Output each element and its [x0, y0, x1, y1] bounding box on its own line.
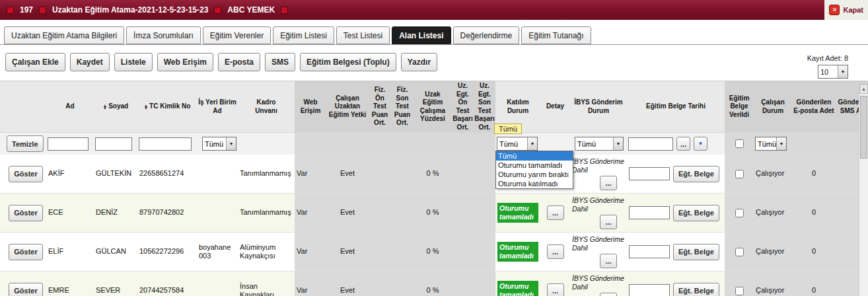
toolbar: Çalışan Ekle Kaydet Listele Web Erişim E… — [0, 45, 868, 81]
cell-calisan-durum: Çalışıyor — [756, 208, 784, 217]
ibys-detail-button[interactable]: ... — [600, 293, 617, 296]
cell-tc-kimlik-no: 20744257584 — [139, 286, 184, 295]
egt-belge-button[interactable]: Eğt. Belge — [673, 283, 719, 296]
date-download-button[interactable]: ▼ — [694, 137, 707, 151]
cell-eposta-adet: 0 — [812, 247, 816, 256]
belge-verildi-checkbox[interactable] — [735, 287, 744, 295]
egt-belge-button[interactable]: Eğt. Belge — [673, 244, 719, 260]
ad-filter-input[interactable] — [48, 137, 89, 151]
column-header-ad: Ad — [46, 81, 94, 132]
dropdown-option-oturumu-yarim-birakti[interactable]: Oturumu yarım bıraktı — [496, 170, 573, 179]
column-header-gonderilen-eposta-adet: Gönderilen E-posta Adet — [792, 81, 836, 132]
eposta-button[interactable]: E-posta — [218, 53, 260, 71]
soyad-filter-input[interactable] — [95, 137, 132, 151]
yazdir-button[interactable]: Yazdır — [401, 53, 437, 71]
belge-tarihi-filter-input[interactable] — [628, 137, 673, 151]
calisan-ekle-button[interactable]: Çalışan Ekle — [5, 53, 65, 71]
belge-tarihi-input[interactable] — [629, 245, 670, 258]
tab-egitim-verenler[interactable]: Eğitim Verenler — [203, 26, 271, 44]
tab-degerlendirme[interactable]: Değerlendirme — [453, 26, 520, 44]
calisan-durum-filter-select[interactable]: Tümü ▼ — [755, 137, 787, 151]
company-name[interactable]: ABC YEMEK — [227, 5, 275, 15]
table-row: Göster ELİF GÜLCAN 10562272296 boyahane … — [0, 233, 868, 272]
katilim-tooltip: Tümü — [494, 124, 522, 134]
close-icon[interactable]: ✕ — [829, 5, 840, 15]
detay-button[interactable]: ... — [547, 283, 564, 296]
chevron-down-icon: ▼ — [613, 137, 623, 150]
belge-verildi-checkbox[interactable] — [735, 248, 744, 256]
dropdown-option-oturumu-tamamladi[interactable]: Oturumu tamamladı — [496, 161, 573, 170]
goster-button[interactable]: Göster — [9, 166, 42, 182]
dropdown-option-oturuma-katilmadi[interactable]: Oturuma katılmadı — [496, 179, 573, 188]
egt-belge-button[interactable]: Eğt. Belge — [673, 205, 719, 221]
column-header-uz-egt-son-test: Uz. Egt. Son Test Başarı Ort. — [474, 81, 495, 132]
tab-test-listesi[interactable]: Test Listesi — [336, 26, 390, 44]
cell-ad: ECE — [48, 208, 63, 217]
katilim-filter-select[interactable]: Tümü ▼ — [497, 137, 538, 151]
close-area: ✕ Kapat — [824, 0, 868, 20]
tab-uzaktan-egitim-atama-bilgileri[interactable]: Uzaktan Eğitim Atama Bilgileri — [4, 26, 124, 44]
cell-yetki: Evet — [340, 208, 355, 217]
column-header-tc-kimlik-no[interactable]: ▲▼ TC Kimlik No — [137, 81, 197, 132]
page-size-select[interactable]: 10 ▼ — [818, 65, 848, 79]
column-header-is-yeri-birim-ad: İş Yeri Birim Ad — [197, 81, 238, 132]
goster-button[interactable]: Göster — [9, 283, 42, 296]
dropdown-option-tumu[interactable]: Tümü — [496, 151, 573, 161]
filter-row: Temizle Tümü ▼ Tümü ▼ Tümü ▼ — [0, 132, 868, 155]
belge-tarihi-input[interactable] — [629, 284, 670, 296]
tab-alan-listesi[interactable]: Alan Listesi — [392, 26, 451, 44]
tab-imza-sorumlulari[interactable]: İmza Sorumluları — [126, 26, 201, 44]
katilim-badge: Oturumu tamamladı — [497, 242, 538, 262]
belge-tarihi-input[interactable] — [629, 167, 670, 180]
cell-ad: AKİF — [48, 169, 64, 178]
red-square-icon — [214, 7, 221, 14]
belge-verildi-checkbox[interactable] — [735, 209, 744, 217]
ibys-detail-button[interactable]: ... — [600, 215, 617, 229]
temizle-button[interactable]: Temizle — [7, 135, 44, 152]
cell-ibys-durum: İBYS Gönderime Dahil — [572, 196, 625, 213]
tab-egitim-tutanagi[interactable]: Eğitim Tutanağı — [521, 26, 591, 44]
column-header-detay: Detay — [540, 81, 570, 132]
tab-egitim-listesi[interactable]: Eğitim Listesi — [273, 26, 334, 44]
cell-eposta-adet: 0 — [812, 208, 816, 217]
belge-tarihi-input[interactable] — [629, 206, 670, 219]
ibys-detail-button[interactable]: ... — [600, 176, 617, 190]
kaydet-button[interactable]: Kaydet — [70, 53, 110, 71]
scroll-up-icon[interactable]: ▲ — [859, 84, 868, 94]
detay-button[interactable]: ... — [547, 244, 564, 259]
cell-calisma-yuzdesi: 0 % — [427, 247, 439, 256]
listele-button[interactable]: Listele — [114, 53, 153, 71]
katilim-badge: Oturumu tamamladı — [497, 281, 538, 296]
detay-button[interactable]: ... — [547, 205, 564, 220]
cell-kadro: Alüminyum Kaynakçısı — [240, 243, 293, 260]
record-id[interactable]: 197 — [20, 5, 33, 15]
date-picker-button[interactable]: ... — [676, 137, 690, 151]
ibys-filter-select[interactable]: Tümü ▼ — [575, 137, 624, 151]
goster-button[interactable]: Göster — [9, 205, 42, 221]
egt-belge-button[interactable]: Eğt. Belge — [673, 166, 719, 182]
birim-filter-select[interactable]: Tümü ▼ — [202, 137, 236, 151]
ibys-detail-button[interactable]: ... — [600, 254, 617, 268]
cell-eposta-adet: 0 — [812, 169, 816, 178]
belge-verildi-checkbox[interactable] — [735, 170, 744, 178]
close-button[interactable]: Kapat — [843, 6, 863, 14]
belge-verildi-filter-checkbox[interactable] — [735, 139, 744, 148]
web-erisim-button[interactable]: Web Erişim — [157, 53, 213, 71]
window-title[interactable]: Uzaktan Eğitim Atama-2021-12-5-23-15-23 — [52, 5, 208, 15]
table-header: Ad ▲▼ Soyad ▲▼ TC Kimlik No İş Yeri Biri… — [0, 81, 868, 132]
chevron-down-icon: ▼ — [838, 65, 848, 78]
tc-kimlik-filter-input[interactable] — [139, 137, 192, 151]
table-body: Göster AKİF GÜLTEKİN 22658651274 Tanımla… — [0, 155, 868, 296]
vertical-scrollbar[interactable]: ▲ — [859, 84, 868, 296]
sort-icon: ▲▼ — [144, 104, 148, 110]
egitim-belgesi-toplu-button[interactable]: Eğitim Belgesi (Toplu) — [300, 53, 396, 71]
sms-button[interactable]: SMS — [265, 53, 295, 71]
goster-button[interactable]: Göster — [9, 244, 42, 260]
cell-kadro: Tanımlanmamış — [240, 169, 291, 178]
scrollbar-thumb[interactable] — [860, 96, 867, 159]
column-header-soyad[interactable]: ▲▼ Soyad — [94, 81, 137, 132]
cell-soyad: SEVER — [96, 286, 120, 295]
red-square-icon — [281, 7, 288, 14]
cell-soyad: DENİZ — [96, 208, 118, 217]
katilim-badge: Oturumu tamamladı — [497, 203, 538, 223]
